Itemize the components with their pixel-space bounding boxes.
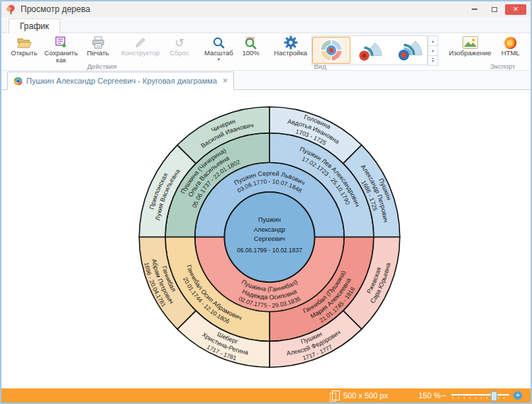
- open-label: Открыть: [11, 50, 37, 57]
- zoom-100-button[interactable]: 100% 100%: [235, 35, 267, 57]
- designer-icon: [134, 35, 147, 50]
- zoom-out-button[interactable]: −: [441, 388, 446, 403]
- export-visio-button[interactable]: V В MS Visio: [526, 35, 532, 64]
- wheel-center-text: Александр: [254, 226, 286, 233]
- gallery-item-fan[interactable]: [350, 37, 389, 64]
- maximize-icon: [492, 7, 497, 12]
- export-html-button[interactable]: HTML: [495, 35, 526, 57]
- magnifier-icon: [212, 35, 226, 50]
- app-window: Просмотр дерева ✕ График Открыть: [0, 0, 532, 404]
- gallery-up-button[interactable]: ▴: [428, 35, 438, 46]
- group-actions: Открыть Сохранить как: [6, 33, 198, 70]
- ribbon-tab-strip: График: [1, 17, 531, 33]
- minimize-icon: [472, 9, 477, 10]
- family-wheel: Пушкин Сергей Львович03.06.1770 - 10.07.…: [1, 90, 531, 388]
- firefox-icon: [504, 35, 517, 50]
- designer-label: Конструктор: [121, 50, 160, 57]
- gallery-down-button[interactable]: ▾: [428, 46, 438, 56]
- status-bar: 500 x 500 px 150 % − +: [1, 388, 531, 403]
- image-icon: [462, 35, 478, 50]
- zoom-in-button[interactable]: +: [514, 388, 522, 403]
- group-label-view: Вид: [199, 62, 441, 70]
- document-tab-title: Пушкин Александр Сергеевич - Круговая ди…: [26, 77, 217, 85]
- fan-rings-style-icon: [393, 38, 423, 62]
- scale-button[interactable]: Масштаб ▾: [202, 35, 235, 62]
- document-tab-close-icon[interactable]: ×: [223, 76, 228, 86]
- zoom-slider[interactable]: [451, 388, 509, 403]
- maximize-button[interactable]: [485, 4, 504, 15]
- zoom-in-icon: +: [514, 391, 522, 400]
- svg-text:100%: 100%: [246, 37, 255, 40]
- open-folder-icon: [17, 35, 32, 50]
- gallery-nav: ▴ ▾ ▾: [428, 35, 438, 66]
- document-tab-bar: Пушкин Александр Сергеевич - Круговая ди…: [1, 71, 531, 90]
- close-button[interactable]: ✕: [505, 4, 526, 15]
- reset-icon: ↺: [174, 35, 184, 50]
- diagram-canvas[interactable]: Пушкин Сергей Львович03.06.1770 - 10.07.…: [1, 90, 531, 388]
- group-label-actions: Действия: [6, 62, 198, 70]
- fan-style-icon: [355, 38, 384, 62]
- wheel-doc-icon: [13, 77, 23, 86]
- page-size-icon: [332, 391, 340, 400]
- minimize-button[interactable]: [465, 4, 484, 15]
- print-label: Печать: [87, 50, 109, 57]
- reset-label: Сброс: [170, 50, 189, 57]
- settings-button[interactable]: Настройка: [270, 35, 311, 57]
- export-image-label: Изображение: [449, 50, 492, 57]
- export-image-button[interactable]: Изображение: [445, 35, 495, 57]
- canvas-size-label: 500 x 500 px: [343, 391, 388, 400]
- group-label-export: Экспорт: [443, 62, 532, 70]
- window-title: Просмотр дерева: [21, 4, 464, 14]
- settings-label: Настройка: [274, 50, 307, 57]
- save-as-icon: [55, 35, 68, 50]
- zoom-slider-thumb[interactable]: [491, 391, 497, 401]
- save-as-button[interactable]: Сохранить как: [40, 35, 82, 64]
- scale-label: Масштаб: [204, 50, 233, 57]
- wheel-center-text: Пушкин: [258, 216, 281, 223]
- zoom-level: 150 %: [419, 388, 440, 403]
- group-view: Масштаб ▾ 100% 100%: [199, 33, 441, 70]
- zoom-slider-track[interactable]: [451, 391, 509, 400]
- ribbon: Открыть Сохранить как: [1, 33, 531, 71]
- designer-button: Конструктор: [117, 35, 164, 57]
- title-bar: Просмотр дерева ✕: [1, 1, 531, 17]
- app-logo-icon: [6, 4, 16, 15]
- print-button[interactable]: Печать: [82, 35, 113, 57]
- chevron-down-icon: ▾: [218, 57, 221, 62]
- zoom-level-label: 150 %: [419, 391, 440, 400]
- export-html-label: HTML: [501, 50, 520, 57]
- tab-grafik[interactable]: График: [9, 18, 60, 33]
- group-export: Изображение HTML: [443, 33, 532, 70]
- wheel-style-icon: [319, 38, 343, 62]
- magnifier-100-icon: 100%: [244, 35, 257, 50]
- reset-button: ↺ Сброс: [164, 35, 195, 57]
- zoom-slider-ticks: [453, 397, 508, 399]
- printer-icon: [92, 35, 105, 50]
- open-button[interactable]: Открыть: [9, 35, 40, 57]
- zoom-100-label: 100%: [243, 50, 260, 57]
- gallery-item-wheel[interactable]: [312, 37, 350, 64]
- style-gallery: [311, 35, 428, 65]
- canvas-size-indicator: 500 x 500 px: [332, 388, 388, 403]
- wheel-center-text: Сергеевич: [254, 235, 285, 242]
- document-tab[interactable]: Пушкин Александр Сергеевич - Круговая ди…: [7, 72, 234, 90]
- gallery-item-fan-rings[interactable]: [389, 37, 427, 64]
- wheel-center-text: 06.06.1799 - 10.02.1837: [237, 247, 302, 254]
- gear-icon: [284, 35, 298, 50]
